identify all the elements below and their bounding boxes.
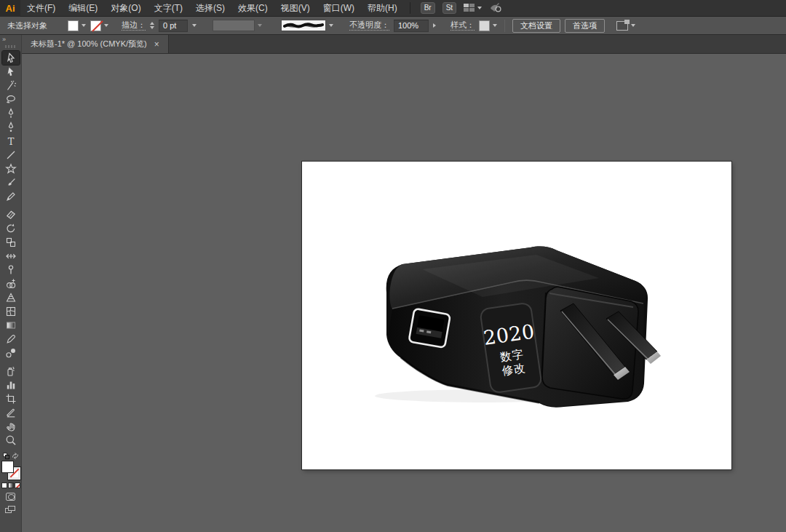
scale-tool-icon [5, 237, 17, 248]
tool-list: T [2, 51, 20, 447]
shape-builder-tool[interactable] [2, 277, 20, 290]
preferences-button[interactable]: 首选项 [565, 19, 605, 33]
fill-stroke-controls [1, 453, 20, 517]
curvature-tool[interactable] [2, 120, 20, 134]
menu-bar: Ai 文件(F)编辑(E)对象(O)文字(T)选择(S)效果(C)视图(V)窗口… [0, 0, 786, 17]
none-mode-button[interactable] [15, 483, 20, 488]
mesh-tool[interactable] [2, 304, 20, 318]
eyedropper-tool[interactable] [2, 332, 20, 346]
perspective-grid-tool[interactable] [2, 290, 20, 304]
fill-swatch[interactable] [1, 461, 14, 473]
tools-panel-grip[interactable] [5, 45, 17, 48]
eyedropper-tool-icon [5, 333, 17, 345]
menu-item-7[interactable]: 窗口(W) [317, 0, 361, 16]
scale-tool[interactable] [2, 235, 20, 249]
artboard-tool[interactable] [2, 392, 20, 405]
charger-artwork[interactable]: 2020 数字 修改 [302, 162, 731, 469]
menu-item-0[interactable]: 文件(F) [20, 0, 62, 16]
line-segment-tool-icon [5, 149, 17, 161]
eraser-tool[interactable] [2, 207, 20, 221]
document-tab[interactable]: 未标题-1* @ 100% (CMYK/预览) × [22, 35, 169, 53]
control-panel-menu[interactable] [616, 21, 635, 31]
default-fill-stroke-icon[interactable] [3, 453, 9, 459]
shaper-tool[interactable] [2, 189, 20, 203]
stroke-weight-label[interactable]: 描边： [122, 20, 146, 31]
menu-item-2[interactable]: 对象(O) [104, 0, 147, 16]
rotate-tool[interactable] [2, 221, 20, 235]
menu-item-1[interactable]: 编辑(E) [62, 0, 104, 16]
screen-mode-button[interactable] [5, 506, 16, 514]
artboard-tool-icon [5, 393, 17, 405]
selection-tool[interactable] [2, 51, 20, 65]
column-graph-tool[interactable] [2, 378, 20, 392]
chevron-down-icon[interactable] [192, 24, 196, 27]
menubar-right-buttons: Br St [421, 1, 502, 15]
stroke-none-swatch [90, 20, 101, 31]
gpu-performance-icon[interactable] [489, 1, 502, 15]
chevron-right-icon[interactable] [433, 23, 436, 28]
direct-selection-tool[interactable] [2, 65, 20, 79]
chevron-down-icon [82, 24, 86, 27]
tools-panel: » T [0, 35, 22, 532]
eraser-tool-icon [5, 209, 17, 221]
bridge-button[interactable]: Br [421, 2, 435, 14]
style-label[interactable]: 样式： [450, 20, 475, 31]
stroke-weight-stepper[interactable] [150, 22, 154, 29]
column-graph-tool-icon [5, 379, 17, 391]
svg-text:T: T [7, 135, 14, 146]
artboard[interactable]: 2020 数字 修改 [302, 162, 731, 469]
document-setup-button[interactable]: 文档设置 [512, 19, 560, 33]
opacity-field[interactable]: 100% [394, 20, 429, 32]
lasso-tool[interactable] [2, 92, 20, 106]
fill-color-dropdown[interactable] [68, 20, 86, 31]
gradient-mode-button[interactable] [8, 483, 14, 488]
menu-item-3[interactable]: 文字(T) [148, 0, 189, 16]
collapse-tools-icon[interactable]: » [2, 36, 5, 43]
stock-button[interactable]: St [442, 2, 456, 14]
stroke-weight-field[interactable]: 0 pt [159, 20, 188, 32]
width-profile-preview [213, 20, 255, 31]
zoom-tool[interactable] [2, 433, 20, 447]
opacity-label[interactable]: 不透明度： [349, 20, 389, 31]
stroke-color-dropdown[interactable] [90, 20, 108, 31]
width-tool[interactable] [2, 249, 20, 263]
width-profile-dropdown[interactable] [213, 20, 262, 31]
magic-wand-tool[interactable] [2, 79, 20, 92]
canvas-pasteboard[interactable]: 2020 数字 修改 [22, 54, 786, 532]
star-shape-tool[interactable] [2, 162, 20, 175]
drawing-modes-button[interactable] [6, 493, 15, 501]
paintbrush-tool[interactable] [2, 175, 20, 189]
type-tool[interactable]: T [2, 134, 20, 148]
shape-builder-tool-icon [5, 278, 17, 290]
style-dropdown[interactable] [479, 20, 497, 31]
hand-tool[interactable] [2, 419, 20, 433]
gradient-tool[interactable] [2, 318, 20, 332]
shaper-tool-icon [5, 191, 17, 202]
type-tool-icon: T [5, 135, 17, 147]
menu-item-6[interactable]: 视图(V) [274, 0, 317, 16]
line-segment-tool[interactable] [2, 148, 20, 162]
slice-tool[interactable] [2, 405, 20, 419]
perspective-grid-tool-icon [5, 292, 17, 303]
slice-tool-icon [5, 407, 17, 418]
lasso-tool-icon [5, 94, 17, 106]
swap-fill-stroke-icon[interactable] [12, 453, 19, 459]
pen-tool[interactable] [2, 106, 20, 120]
blend-tool[interactable] [2, 346, 20, 360]
star-shape-tool-icon [5, 163, 17, 175]
workspace-switcher-button[interactable] [464, 4, 482, 12]
workspace-grid-icon [464, 4, 475, 12]
color-mode-button[interactable] [1, 483, 7, 488]
zoom-tool-icon [5, 434, 17, 446]
document-tab-title: 未标题-1* @ 100% (CMYK/预览) [31, 39, 147, 49]
close-tab-icon[interactable]: × [154, 41, 159, 48]
brush-definition-dropdown[interactable] [281, 20, 333, 31]
menu-item-8[interactable]: 帮助(H) [361, 0, 404, 16]
chevron-down-icon [329, 24, 333, 27]
puppet-warp-tool[interactable] [2, 263, 20, 277]
symbol-sprayer-tool[interactable] [2, 364, 20, 378]
menu-item-4[interactable]: 选择(S) [189, 0, 231, 16]
menu-item-5[interactable]: 效果(C) [231, 0, 274, 16]
selection-tool-icon [5, 52, 17, 64]
label-panel: 2020 数字 修改 [480, 303, 542, 394]
